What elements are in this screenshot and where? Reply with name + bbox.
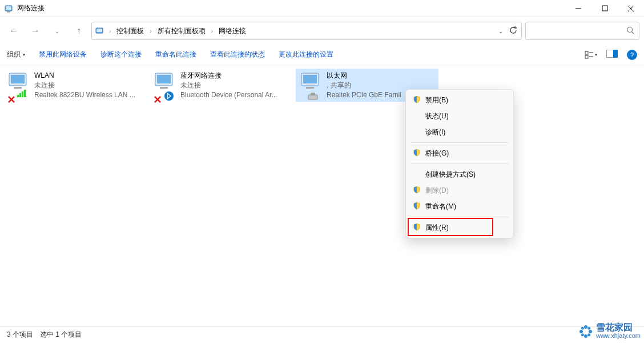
chevron-right-icon[interactable]: › [147, 28, 154, 34]
connection-status: 未连接 [180, 81, 277, 90]
svg-point-39 [584, 325, 587, 329]
svg-point-42 [589, 330, 592, 333]
context-menu-separator [410, 217, 509, 217]
search-input[interactable] [525, 22, 639, 40]
svg-rect-20 [17, 95, 19, 97]
shield-icon [413, 186, 421, 196]
svg-rect-2 [7, 11, 10, 13]
window-controls [565, 0, 644, 17]
breadcrumb-item[interactable]: 网络连接 [218, 25, 247, 37]
watermark-name: 雪花家园 [596, 324, 641, 332]
maximize-button[interactable] [591, 0, 618, 17]
chevron-down-icon: ▾ [595, 52, 597, 57]
context-menu-item[interactable]: 重命名(M) [406, 198, 513, 214]
svg-rect-37 [308, 95, 317, 99]
context-menu-item[interactable]: 属性(R) [406, 220, 513, 236]
context-menu-separator [410, 142, 509, 143]
ethernet-adapter-icon [298, 71, 323, 99]
svg-rect-29 [160, 87, 168, 89]
context-menu-item[interactable]: 创建快捷方式(S) [406, 166, 513, 182]
search-icon [626, 26, 634, 36]
svg-point-41 [579, 330, 583, 333]
breadcrumb[interactable]: › 控制面板 › 所有控制面板项 › 网络连接 ⌄ [91, 22, 522, 40]
context-menu-item[interactable]: 状态(U) [406, 108, 513, 124]
svg-point-45 [581, 333, 584, 336]
watermark-url: www.xhjaty.com [596, 332, 641, 340]
navbar: ← → ⌄ ↑ › 控制面板 › 所有控制面板项 › 网络连接 ⌄ [0, 17, 644, 45]
svg-point-44 [587, 327, 590, 330]
svg-rect-28 [157, 75, 171, 83]
connection-name: WLAN [34, 71, 135, 80]
context-menu-item[interactable]: 诊断(I) [406, 124, 513, 140]
preview-pane-button[interactable] [606, 50, 618, 59]
connection-adapter: Realtek 8822BU Wireless LAN ... [34, 90, 135, 99]
tool-settings[interactable]: 更改此连接的设置 [279, 50, 333, 59]
toolbar: 组织 ▾ 禁用此网络设备 诊断这个连接 重命名此连接 查看此连接的状态 更改此连… [0, 45, 644, 65]
svg-point-9 [627, 27, 633, 32]
organize-menu[interactable]: 组织 ▾ [7, 50, 25, 59]
content-area: WLAN 未连接 Realtek 8822BU Wireless LAN ...… [0, 65, 644, 325]
context-menu-item-label: 禁用(B) [425, 95, 448, 105]
context-menu-item-label: 删除(D) [425, 186, 449, 196]
connection-name: 以太网 [327, 71, 401, 80]
svg-rect-11 [585, 51, 588, 54]
svg-rect-21 [19, 93, 21, 97]
context-menu-item[interactable]: 桥接(G) [406, 145, 513, 161]
watermark: 雪花家园 www.xhjaty.com [579, 324, 641, 340]
recent-drop-icon[interactable]: ⌄ [48, 22, 66, 40]
context-menu-item: 删除(D) [406, 182, 513, 198]
context-menu-item-label: 诊断(I) [425, 127, 445, 137]
up-button[interactable]: ↑ [70, 22, 88, 40]
chevron-right-icon[interactable]: › [209, 28, 215, 34]
tool-disable[interactable]: 禁用此网络设备 [39, 50, 87, 59]
tool-status[interactable]: 查看此连接的状态 [210, 50, 265, 59]
chevron-right-icon[interactable]: › [107, 28, 113, 34]
svg-rect-18 [11, 75, 25, 83]
tool-diagnose[interactable]: 诊断这个连接 [100, 50, 142, 59]
breadcrumb-item[interactable]: 所有控制面板项 [156, 25, 207, 37]
titlebar: 网络连接 [0, 0, 644, 17]
shield-icon [413, 223, 421, 233]
svg-rect-36 [306, 87, 314, 89]
svg-point-46 [587, 333, 590, 336]
context-menu-item[interactable]: 禁用(B) [406, 92, 513, 108]
connection-status: 未连接 [34, 81, 135, 90]
connection-adapter: Realtek PCIe GbE Famil [327, 90, 401, 99]
svg-rect-19 [14, 87, 22, 89]
breadcrumb-item[interactable]: 控制面板 [115, 25, 145, 37]
help-button[interactable]: ? [627, 50, 637, 60]
minimize-button[interactable] [565, 0, 591, 17]
chevron-down-icon: ▾ [23, 52, 25, 57]
connection-adapter: Bluetooth Device (Personal Ar... [180, 90, 277, 99]
connection-item-wlan[interactable]: WLAN 未连接 Realtek 8822BU Wireless LAN ... [3, 69, 146, 102]
svg-rect-1 [6, 6, 11, 10]
context-menu-item-label: 桥接(G) [425, 149, 449, 158]
tool-rename[interactable]: 重命名此连接 [155, 50, 196, 59]
close-button[interactable] [618, 0, 644, 17]
svg-point-30 [164, 91, 174, 101]
snowflake-icon [579, 325, 593, 338]
breadcrumb-dropdown-icon[interactable]: ⌄ [498, 28, 503, 34]
back-button[interactable]: ← [5, 22, 23, 40]
svg-rect-35 [303, 75, 317, 83]
status-count: 3 个项目 [7, 330, 33, 340]
connection-item-bluetooth[interactable]: 蓝牙网络连接 未连接 Bluetooth Device (Personal Ar… [150, 69, 292, 102]
svg-rect-8 [96, 29, 102, 32]
wifi-adapter-icon [6, 71, 31, 99]
svg-rect-12 [585, 55, 588, 58]
view-mode-button[interactable]: ▾ [585, 50, 597, 59]
context-menu: 禁用(B)状态(U)诊断(I)桥接(G)创建快捷方式(S)删除(D)重命名(M)… [405, 89, 514, 238]
context-menu-item-label: 创建快捷方式(S) [425, 170, 476, 180]
svg-rect-23 [24, 90, 26, 97]
svg-point-43 [581, 327, 584, 330]
svg-rect-38 [311, 93, 315, 95]
shield-icon [413, 149, 421, 158]
context-menu-separator [410, 163, 509, 164]
shield-icon [413, 202, 421, 212]
shield-icon [413, 95, 421, 105]
connection-status: , 共享的 [327, 81, 401, 90]
forward-button[interactable]: → [26, 22, 45, 40]
refresh-button[interactable] [509, 26, 518, 37]
svg-rect-16 [613, 50, 618, 58]
svg-rect-4 [602, 6, 607, 11]
